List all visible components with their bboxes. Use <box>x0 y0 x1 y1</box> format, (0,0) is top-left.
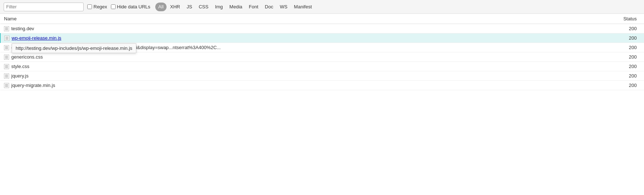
file-icon <box>4 64 9 69</box>
file-name: testing.dev <box>11 26 34 31</box>
filter-btn-css[interactable]: CSS <box>196 3 211 11</box>
table-row[interactable]: genericons.css200 <box>0 52 644 62</box>
file-name: genericons.css <box>11 54 43 60</box>
hide-data-urls-checkbox-label[interactable]: Hide data URLs <box>111 4 151 9</box>
table-row[interactable]: jquery-migrate.min.js200 <box>0 81 644 90</box>
status-column-header: Status <box>615 14 644 24</box>
filter-btn-font[interactable]: Font <box>246 3 261 11</box>
filter-btn-doc[interactable]: Doc <box>262 3 276 11</box>
file-link[interactable]: wp-emoji-release.min.js <box>12 35 61 41</box>
file-icon <box>4 26 9 31</box>
filter-buttons: AllXHRJSCSSImgMediaFontDocWSManifest <box>155 3 315 11</box>
status-value: 200 <box>615 43 644 52</box>
status-value: 200 <box>615 62 644 71</box>
filter-btn-xhr[interactable]: XHR <box>167 3 183 11</box>
table-header: Name Status <box>0 14 644 24</box>
filter-btn-ws[interactable]: WS <box>277 3 290 11</box>
status-value: 200 <box>615 24 644 33</box>
filter-btn-media[interactable]: Media <box>227 3 245 11</box>
table-row[interactable]: jquery.js200 <box>0 71 644 81</box>
filter-btn-js[interactable]: JS <box>184 3 195 11</box>
status-value: 200 <box>615 71 644 81</box>
hide-data-urls-label: Hide data URLs <box>117 4 151 9</box>
file-icon <box>4 36 9 41</box>
filter-btn-all[interactable]: All <box>155 3 166 11</box>
file-name: style.css <box>11 64 29 69</box>
table-row[interactable]: testing.dev200 <box>0 24 644 33</box>
regex-label: Regex <box>93 4 107 9</box>
network-toolbar: Regex Hide data URLs AllXHRJSCSSImgMedia… <box>0 0 644 14</box>
network-table: Name Status testing.dev200wp-emoji-relea… <box>0 14 644 90</box>
file-icon <box>4 45 9 50</box>
file-name: jquery-migrate.min.js <box>11 83 55 88</box>
tooltip-box: http://testing.dev/wp-includes/js/wp-emo… <box>12 43 136 53</box>
regex-checkbox[interactable] <box>87 4 92 9</box>
status-value: 200 <box>615 52 644 62</box>
file-icon <box>4 55 9 60</box>
table-row[interactable]: wp-emoji-release.min.jshttp://testing.de… <box>0 33 644 43</box>
hide-data-urls-checkbox[interactable] <box>111 4 116 9</box>
filter-btn-manifest[interactable]: Manifest <box>291 3 315 11</box>
file-icon <box>4 73 9 79</box>
file-name: jquery.js <box>11 73 28 79</box>
table-body: testing.dev200wp-emoji-release.min.jshtt… <box>0 24 644 90</box>
filter-input[interactable] <box>4 3 84 11</box>
name-column-header: Name <box>0 14 615 24</box>
status-value: 200 <box>615 33 644 43</box>
file-icon <box>4 83 9 88</box>
filter-btn-img[interactable]: Img <box>212 3 226 11</box>
status-value: 200 <box>615 81 644 90</box>
network-table-container: Name Status testing.dev200wp-emoji-relea… <box>0 14 644 90</box>
table-row[interactable]: style.css200 <box>0 62 644 71</box>
regex-checkbox-label[interactable]: Regex <box>87 4 107 9</box>
